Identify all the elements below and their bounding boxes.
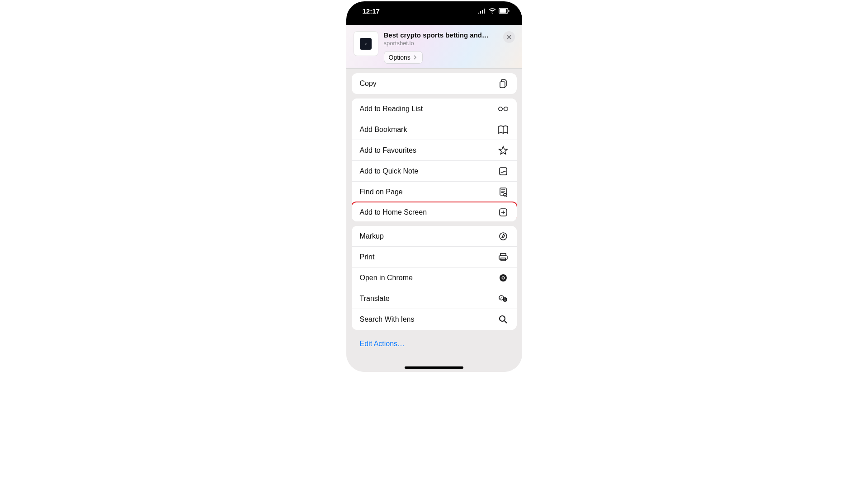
chrome-icon <box>498 272 509 283</box>
svg-rect-2 <box>500 9 506 13</box>
doc-search-icon <box>498 187 509 197</box>
markup-icon <box>498 231 509 242</box>
action-label: Add to Favourites <box>360 146 416 155</box>
action-group: Add to Reading List Add Bookmark Add to … <box>352 99 517 221</box>
action-label: Copy <box>360 80 377 88</box>
page-title: Best crypto sports betting and… <box>384 31 498 39</box>
share-sheet-body: Copy Add to Reading List Add Bookmark <box>346 69 522 372</box>
close-icon <box>506 34 512 40</box>
action-label: Open in Chrome <box>360 274 413 282</box>
svg-rect-4 <box>500 82 505 88</box>
translate-icon: A文 <box>498 293 509 304</box>
glasses-icon <box>498 103 509 114</box>
action-quick-note[interactable]: Add to Quick Note <box>352 161 517 182</box>
options-label: Options <box>389 54 410 61</box>
svg-point-22 <box>500 316 505 321</box>
site-icon: ○ <box>354 31 378 56</box>
action-group: Markup Print Open in Chrome Translate <box>352 226 517 330</box>
page-subtitle: sportsbet.io <box>384 40 498 47</box>
action-reading-list[interactable]: Add to Reading List <box>352 99 517 119</box>
edit-actions-label: Edit Actions… <box>360 340 405 347</box>
action-label: Print <box>360 253 375 261</box>
close-button[interactable] <box>503 31 515 43</box>
action-label: Find on Page <box>360 188 403 196</box>
svg-point-17 <box>502 277 504 279</box>
action-find-on-page[interactable]: Find on Page <box>352 182 517 202</box>
action-add-bookmark[interactable]: Add Bookmark <box>352 119 517 140</box>
svg-rect-13 <box>499 256 507 259</box>
action-print[interactable]: Print <box>352 247 517 267</box>
home-indicator[interactable] <box>405 366 463 369</box>
note-icon <box>498 166 509 177</box>
header-text: Best crypto sports betting and… sportsbe… <box>384 31 498 64</box>
share-sheet-header: ○ Best crypto sports betting and… sports… <box>346 25 522 69</box>
svg-point-6 <box>504 107 508 111</box>
search-icon <box>498 314 509 325</box>
action-add-favourites[interactable]: Add to Favourites <box>352 140 517 161</box>
action-label: Search With lens <box>360 315 415 324</box>
svg-point-0 <box>492 13 493 14</box>
svg-text:文: 文 <box>504 298 506 301</box>
svg-point-11 <box>500 233 507 240</box>
status-time: 12:17 <box>363 7 380 15</box>
action-add-home-screen[interactable]: Add to Home Screen <box>352 202 517 221</box>
print-icon <box>498 252 509 263</box>
edit-actions-link[interactable]: Edit Actions… <box>352 334 517 348</box>
site-icon-inner: ○ <box>360 38 372 50</box>
svg-rect-7 <box>500 168 507 175</box>
status-bar: 12:17 <box>346 1 522 25</box>
action-label: Add to Home Screen <box>360 208 427 216</box>
action-label: Markup <box>360 232 384 240</box>
action-translate[interactable]: Translate A文 <box>352 288 517 309</box>
options-button[interactable]: Options <box>384 51 423 64</box>
wifi-icon <box>489 7 496 15</box>
battery-icon <box>499 7 509 15</box>
cellular-icon <box>478 7 486 15</box>
phone-frame: 12:17 ○ Best crypto sports betting and… … <box>346 1 522 372</box>
action-search-lens[interactable]: Search With lens <box>352 309 517 330</box>
status-icons <box>478 7 509 15</box>
action-group: Copy <box>352 73 517 94</box>
action-label: Add Bookmark <box>360 126 407 134</box>
copy-icon <box>498 78 509 89</box>
svg-rect-8 <box>500 188 506 195</box>
action-open-chrome[interactable]: Open in Chrome <box>352 267 517 288</box>
svg-point-5 <box>498 107 502 111</box>
book-icon <box>498 124 509 135</box>
action-label: Add to Reading List <box>360 105 423 113</box>
action-copy[interactable]: Copy <box>352 73 517 94</box>
action-label: Translate <box>360 295 390 303</box>
svg-rect-3 <box>508 9 509 12</box>
action-label: Add to Quick Note <box>360 167 419 175</box>
action-markup[interactable]: Markup <box>352 226 517 247</box>
svg-text:A: A <box>500 296 502 299</box>
star-icon <box>498 145 509 156</box>
plus-square-icon <box>498 207 509 218</box>
